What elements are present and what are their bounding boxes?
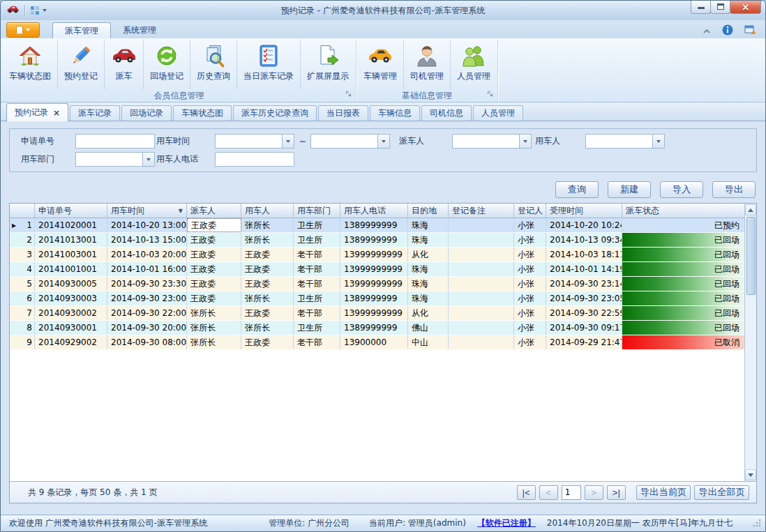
vertical-scrollbar[interactable] xyxy=(744,204,756,481)
dept-select[interactable] xyxy=(75,152,155,167)
doc-tab-9[interactable]: 人员管理 xyxy=(473,105,523,121)
cell-dept[interactable]: 卫生所 xyxy=(294,233,340,247)
doc-tab-1[interactable]: 预约记录× xyxy=(6,103,68,121)
cell-use-time[interactable]: 2014-09-30 23:30 xyxy=(107,277,187,291)
cell-remark[interactable] xyxy=(449,335,514,349)
cell-use-time[interactable]: 2014-09-30 22:00 xyxy=(107,306,187,320)
column-header-accept-time[interactable]: 受理时间 xyxy=(546,204,622,218)
cell-apply-no[interactable]: 20141013001 xyxy=(35,233,107,247)
cell-dept[interactable]: 卫生所 xyxy=(294,321,340,335)
cell-status[interactable]: 已回场 xyxy=(622,248,744,261)
export-all-pages-button[interactable]: 导出全部页 xyxy=(694,485,749,500)
doc-tab-4[interactable]: 车辆状态图 xyxy=(173,105,232,121)
cell-phone[interactable]: 13900000 xyxy=(340,335,408,349)
doc-tab-8[interactable]: 司机信息 xyxy=(421,105,472,121)
column-header-apply-no[interactable]: 申请单号 xyxy=(35,204,107,218)
cell-remark[interactable] xyxy=(449,291,514,305)
ribbon-button-history-query[interactable]: 历史查询 xyxy=(190,40,237,89)
cell-apply-no[interactable]: 20140930003 xyxy=(35,291,107,305)
cell-dispatcher[interactable]: 王政委 xyxy=(187,277,241,291)
switch-window-icon[interactable] xyxy=(744,24,757,38)
row-selector[interactable]: 9 xyxy=(10,335,35,349)
customize-toolbar-icon[interactable] xyxy=(30,6,47,15)
column-header-dest[interactable]: 目的地 xyxy=(408,204,449,218)
column-header-registrar[interactable]: 登记人 xyxy=(514,204,546,218)
table-row[interactable]: 6201409300032014-09-30 23:00王政委张所长卫生所138… xyxy=(10,291,744,306)
prev-page-button[interactable]: < xyxy=(539,485,558,500)
cell-use-time[interactable]: 2014-09-30 23:00 xyxy=(107,291,187,305)
user-select[interactable] xyxy=(585,134,665,149)
export-current-page-button[interactable]: 导出当前页 xyxy=(636,485,691,500)
cell-apply-no[interactable]: 20141020001 xyxy=(35,218,107,232)
column-header-phone[interactable]: 用车人电话 xyxy=(340,204,408,218)
cell-dept[interactable]: 老干部 xyxy=(294,306,340,320)
cell-dept[interactable]: 老干部 xyxy=(294,335,340,349)
table-row[interactable]: ▶1201410200012014-10-20 13:00王政委张所长卫生所13… xyxy=(10,218,744,233)
collapse-ribbon-icon[interactable] xyxy=(703,26,711,36)
cell-dest[interactable]: 佛山 xyxy=(408,321,449,335)
cell-apply-no[interactable]: 20140930001 xyxy=(35,321,107,335)
cell-phone[interactable]: 1389999999 xyxy=(340,291,408,305)
cell-phone[interactable]: 1389999999 xyxy=(340,218,408,232)
cell-user[interactable]: 张所长 xyxy=(241,321,294,335)
ribbon-tab-system[interactable]: 系统管理 xyxy=(111,22,168,38)
cell-phone[interactable]: 13999999999 xyxy=(340,277,408,291)
cell-status[interactable]: 已预约 xyxy=(622,218,744,232)
doc-tab-5[interactable]: 派车历史记录查询 xyxy=(233,105,317,121)
table-row[interactable]: 9201409290022014-09-30 08:00张所长王政委老干部139… xyxy=(10,335,744,350)
cell-remark[interactable] xyxy=(449,306,514,320)
cell-status[interactable]: 已回场 xyxy=(622,321,744,335)
doc-tab-6[interactable]: 当日报表 xyxy=(318,105,368,121)
cell-dispatcher[interactable]: 张所长 xyxy=(187,335,241,349)
cell-dept[interactable]: 老干部 xyxy=(294,248,340,261)
cell-registrar[interactable]: 小张 xyxy=(514,321,546,335)
cell-dispatcher[interactable]: 张所长 xyxy=(187,306,241,320)
cell-registrar[interactable]: 小张 xyxy=(514,262,546,276)
cell-status[interactable]: 已回场 xyxy=(622,306,744,320)
table-row[interactable]: 2201410130012014-10-13 15:00王政委张所长卫生所138… xyxy=(10,233,744,248)
cell-dest[interactable]: 从化 xyxy=(408,306,449,320)
column-header-remark[interactable]: 登记备注 xyxy=(449,204,514,218)
ribbon-button-staff-management[interactable]: 人员管理 xyxy=(451,40,497,89)
row-selector[interactable]: 7 xyxy=(10,306,35,320)
ribbon-tab-dispatch[interactable]: 派车管理 xyxy=(52,22,111,38)
next-page-button[interactable]: > xyxy=(585,485,603,500)
cell-apply-no[interactable]: 20141003001 xyxy=(35,248,107,261)
dialog-launcher-icon[interactable] xyxy=(487,89,493,99)
ribbon-button-reservation-register[interactable]: 预约登记 xyxy=(58,40,105,89)
cell-registrar[interactable]: 小张 xyxy=(514,233,546,247)
ribbon-button-vehicle-status-map[interactable]: 车辆状态图 xyxy=(3,40,58,89)
cell-registrar[interactable]: 小张 xyxy=(514,218,546,232)
cell-registrar[interactable]: 小张 xyxy=(514,277,546,291)
cell-remark[interactable] xyxy=(449,262,514,276)
cell-dept[interactable]: 卫生所 xyxy=(294,218,340,232)
ribbon-button-today-dispatch-records[interactable]: 当日派车记录 xyxy=(237,40,301,89)
export-button[interactable]: 导出 xyxy=(712,181,756,198)
cell-dest[interactable]: 珠海 xyxy=(408,277,449,291)
table-row[interactable]: 8201409300012014-09-30 20:00张所长张所长卫生所138… xyxy=(10,321,744,335)
cell-dest[interactable]: 珠海 xyxy=(408,262,449,276)
minimize-button[interactable] xyxy=(691,1,711,14)
cell-status[interactable]: 已取消 xyxy=(622,335,744,349)
cell-use-time[interactable]: 2014-09-30 08:00 xyxy=(107,335,187,349)
cell-phone[interactable]: 1389999999 xyxy=(340,321,408,335)
cell-remark[interactable] xyxy=(449,233,514,247)
column-header-use-time[interactable]: 用车时间▼ xyxy=(107,204,187,218)
ribbon-button-dispatch[interactable]: 派车 xyxy=(105,40,144,89)
cell-user[interactable]: 王政委 xyxy=(241,277,294,291)
row-selector[interactable]: 2 xyxy=(10,233,35,247)
doc-tab-2[interactable]: 派车记录 xyxy=(70,105,120,121)
cell-use-time[interactable]: 2014-09-30 20:00 xyxy=(107,321,187,335)
cell-use-time[interactable]: 2014-10-20 13:00 xyxy=(107,218,187,232)
license-link[interactable]: 【软件已注册】 xyxy=(477,517,536,529)
cell-user[interactable]: 张所长 xyxy=(241,218,294,232)
query-button[interactable]: 查询 xyxy=(555,181,599,198)
cell-accept-time[interactable]: 2014-10-20 10:24 xyxy=(546,218,622,232)
row-selector[interactable]: 3 xyxy=(10,248,35,261)
cell-status[interactable]: 已回场 xyxy=(622,233,744,247)
cell-accept-time[interactable]: 2014-09-30 23:05 xyxy=(546,291,622,305)
cell-user[interactable]: 王政委 xyxy=(241,306,294,320)
cell-status[interactable]: 已回场 xyxy=(622,277,744,291)
cell-remark[interactable] xyxy=(449,321,514,335)
apply-no-input[interactable] xyxy=(75,134,155,149)
